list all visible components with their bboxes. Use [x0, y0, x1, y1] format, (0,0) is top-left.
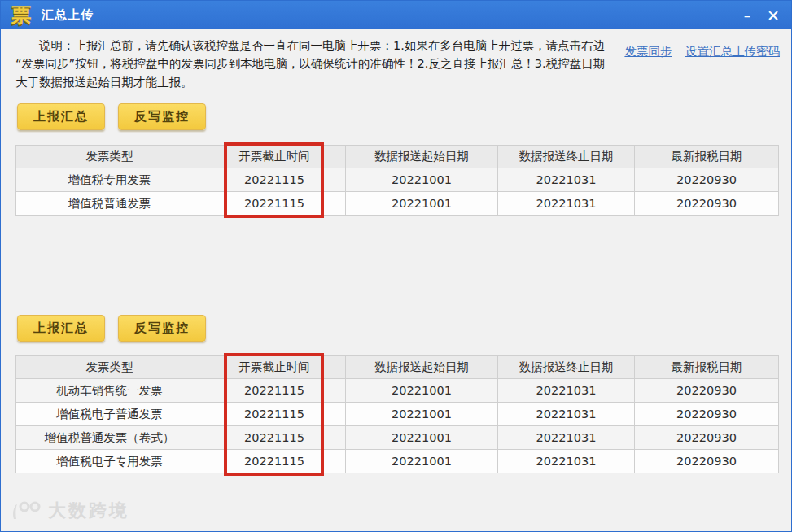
column-header: 最新报税日期: [635, 146, 779, 168]
date-cell: 20221115: [203, 450, 346, 473]
watermark-text: 大数跨境: [48, 499, 129, 523]
header-row: 发票类型开票截止时间数据报送起始日期数据报送终止日期最新报税日期: [16, 146, 779, 168]
date-cell: 20220930: [635, 168, 779, 192]
table-row: 增值税普通发票（卷式）20221115202210012022103120220…: [16, 426, 779, 450]
date-cell: 20220930: [635, 450, 779, 473]
invoice-app-icon: 票: [9, 4, 33, 26]
minimize-button[interactable]: –: [734, 1, 760, 29]
date-cell: 20221001: [346, 192, 498, 216]
column-header: 发票类型: [16, 356, 203, 379]
date-cell: 20221031: [498, 403, 635, 426]
date-cell: 20221001: [346, 403, 498, 426]
column-header: 开票截止时间: [203, 356, 346, 379]
button-row-1: 上报汇总 反写监控: [1, 103, 791, 130]
invoice-type-cell: 机动车销售统一发票: [16, 379, 203, 403]
date-cell: 20221001: [346, 168, 498, 192]
instructions-text: 说明：上报汇总前，请先确认该税控盘是否一直在同一电脑上开票：1.如果在多台电脑上…: [15, 37, 615, 91]
invoice-table-1: 发票类型开票截止时间数据报送起始日期数据报送终止日期最新报税日期 增值税专用发票…: [15, 145, 779, 216]
column-header: 开票截止时间: [203, 146, 346, 168]
column-header: 数据报送终止日期: [498, 356, 635, 379]
column-header: 发票类型: [16, 146, 203, 168]
title-bar: 票 汇总上传 – ✕: [1, 1, 791, 29]
invoice-type-cell: 增值税电子普通发票: [16, 403, 203, 426]
date-cell: 20221001: [346, 450, 498, 473]
date-cell: 20221115: [203, 426, 346, 450]
date-cell: 20220930: [635, 426, 779, 450]
table-row: 增值税普通发票20221115202210012022103120220930: [16, 192, 779, 216]
date-cell: 20220930: [635, 403, 779, 426]
report-summary-button-2[interactable]: 上报汇总: [17, 315, 105, 342]
column-header: 数据报送起始日期: [346, 146, 498, 168]
invoice-type-cell: 增值税电子专用发票: [16, 450, 203, 473]
column-header: 最新报税日期: [635, 356, 779, 379]
date-cell: 20221031: [498, 192, 635, 216]
column-header: 数据报送起始日期: [346, 356, 498, 379]
report-summary-button-1[interactable]: 上报汇总: [17, 103, 105, 130]
invoice-sync-link[interactable]: 发票同步: [624, 45, 672, 58]
watermark: 大数跨境: [9, 499, 129, 523]
close-button[interactable]: ✕: [760, 1, 786, 29]
date-cell: 20221031: [498, 379, 635, 403]
app-window: 票 汇总上传 – ✕ 说明：上报汇总前，请先确认该税控盘是否一直在同一电脑上开票…: [0, 0, 792, 532]
date-cell: 20221115: [203, 192, 346, 216]
watermark-logo-icon: [9, 499, 43, 522]
invoice-table-2-wrap: 发票类型开票截止时间数据报送起始日期数据报送终止日期最新报税日期 机动车销售统一…: [15, 355, 778, 473]
window-title: 汇总上传: [42, 7, 94, 23]
date-cell: 20221001: [346, 379, 498, 403]
date-cell: 20221115: [203, 168, 346, 192]
date-cell: 20221115: [203, 403, 346, 426]
invoice-type-cell: 增值税专用发票: [16, 168, 203, 192]
date-cell: 20221115: [203, 379, 346, 403]
date-cell: 20221031: [498, 426, 635, 450]
top-links: 发票同步 设置汇总上传密码: [615, 37, 780, 91]
column-header: 数据报送终止日期: [498, 146, 635, 168]
date-cell: 20221031: [498, 168, 635, 192]
invoice-table-2: 发票类型开票截止时间数据报送起始日期数据报送终止日期最新报税日期 机动车销售统一…: [15, 355, 779, 473]
invoice-type-cell: 增值税普通发票: [16, 192, 203, 216]
date-cell: 20220930: [635, 192, 779, 216]
header-row: 发票类型开票截止时间数据报送起始日期数据报送终止日期最新报税日期: [16, 356, 779, 379]
table-row: 增值税电子专用发票2022111520221001202210312022093…: [16, 450, 779, 473]
writeback-monitor-button-2[interactable]: 反写监控: [118, 315, 206, 342]
table-row: 增值税电子普通发票2022111520221001202210312022093…: [16, 403, 779, 426]
info-row: 说明：上报汇总前，请先确认该税控盘是否一直在同一电脑上开票：1.如果在多台电脑上…: [1, 29, 791, 91]
button-row-2: 上报汇总 反写监控: [1, 315, 791, 342]
table-row: 增值税专用发票20221115202210012022103120220930: [16, 168, 779, 192]
invoice-type-cell: 增值税普通发票（卷式）: [16, 426, 203, 450]
date-cell: 20220930: [635, 379, 779, 403]
writeback-monitor-button-1[interactable]: 反写监控: [118, 103, 206, 130]
table-row: 机动车销售统一发票2022111520221001202210312022093…: [16, 379, 779, 403]
date-cell: 20221001: [346, 426, 498, 450]
invoice-table-1-wrap: 发票类型开票截止时间数据报送起始日期数据报送终止日期最新报税日期 增值税专用发票…: [15, 145, 778, 216]
date-cell: 20221031: [498, 450, 635, 473]
set-upload-password-link[interactable]: 设置汇总上传密码: [685, 45, 780, 58]
